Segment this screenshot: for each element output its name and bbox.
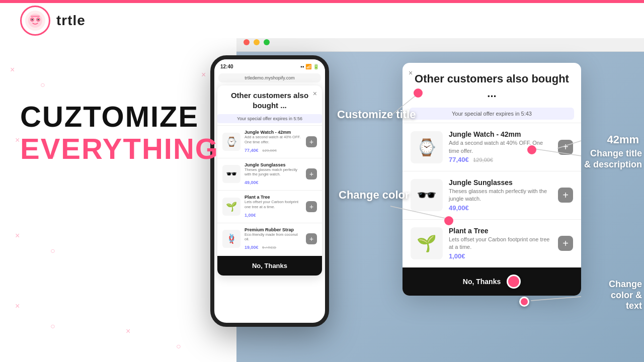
slider-dot-no-thanks (519, 297, 529, 307)
mobile-product-info-1: Jungle Watch - 42mm Add a second watch a… (245, 130, 302, 154)
annotation-42mm: 42mm (607, 133, 639, 146)
mobile-product-item-4: 🪢 Premium Rubber Strap Eco-friendly made… (217, 223, 322, 255)
mobile-product-img-4: 🪢 (222, 230, 240, 248)
mobile-product-price-4: 19,00€ (245, 245, 259, 250)
mobile-time: 12:40 (220, 64, 233, 69)
mobile-product-item-2: 🕶️ Jungle Sunglasses Theses glasses matc… (217, 158, 322, 191)
desktop-product-oldprice-1: 129,00€ (473, 157, 493, 163)
mobile-product-name-4: Premium Rubber Strap (245, 227, 302, 232)
annotation-change-title-desc: Change title& description (584, 148, 642, 170)
header: trtle (0, 3, 644, 38)
mobile-popup-title: Other customers also bought ... (224, 90, 315, 110)
desktop-product-info-2: Jungle Sunglasses Theses glasses match p… (449, 178, 552, 212)
mobile-product-name-3: Plant a Tree (245, 195, 302, 200)
mobile-product-img-2: 🕶️ (222, 165, 240, 183)
desktop-close-button[interactable]: × (409, 69, 413, 77)
desktop-add-btn-3[interactable]: + (558, 236, 573, 251)
mobile-mockup: 12:40 ▪▪ 📶 🔋 trtledemo.myshopify.com × O… (210, 55, 329, 327)
mobile-product-desc-4: Eco-friendly made from coconut oil. (245, 232, 302, 242)
mobile-product-price-3: 1,00€ (245, 213, 256, 218)
desktop-product-img-1: ⌚ (411, 131, 443, 163)
desktop-product-item-1: ⌚ Jungle Watch - 42mm Add a second watch… (403, 123, 581, 171)
mobile-product-img-1: ⌚ (222, 133, 240, 151)
mobile-product-info-2: Jungle Sunglasses Theses glasses match p… (245, 162, 302, 187)
no-thanks-slider-dot (507, 275, 521, 289)
mobile-no-thanks-button[interactable]: No, Thanks (217, 256, 322, 276)
browser-close-dot[interactable] (244, 39, 250, 45)
mobile-url-bar: trtledemo.myshopify.com (218, 73, 321, 82)
indicator-dot-title (414, 88, 423, 98)
mobile-popup: × Other customers also bought ... Your s… (217, 85, 322, 276)
indicator-dot-watch (527, 145, 536, 154)
desktop-product-item-2: 🕶️ Jungle Sunglasses Theses glasses matc… (403, 171, 581, 219)
mobile-product-item-1: ⌚ Jungle Watch - 42mm Add a second watch… (217, 125, 322, 158)
desktop-no-thanks-button[interactable]: No, Thanks (403, 267, 581, 296)
svg-rect-6 (31, 16, 40, 17)
desktop-product-desc-3: Lets offset your Carbon footprint one tr… (449, 236, 552, 251)
desktop-popup-timer: Your special offer expires in 5:43 (410, 108, 574, 120)
desktop-popup: × Other customers also bought ... Your s… (403, 63, 581, 296)
mobile-close-button[interactable]: × (313, 89, 317, 98)
desktop-product-name-1: Jungle Watch - 42mm (449, 130, 552, 138)
mobile-add-btn-4[interactable]: + (306, 233, 317, 244)
desktop-product-info-3: Plant a Tree Lets offset your Carbon foo… (449, 227, 552, 260)
mobile-icons: ▪▪ 📶 🔋 (300, 64, 319, 69)
hero-section: CUZTOMIZE EVERYTHING (20, 101, 219, 165)
desktop-product-desc-2: Theses glasses match perfectly with the … (449, 188, 552, 203)
indicator-dot-color (444, 216, 453, 225)
mobile-product-desc-3: Lets offset your Carbon footprint one tr… (245, 200, 302, 210)
mobile-product-info-3: Plant a Tree Lets offset your Carbon foo… (245, 195, 302, 219)
mobile-product-price-1: 77,40€ (245, 148, 259, 153)
mobile-product-item-3: 🌱 Plant a Tree Lets offset your Carbon f… (217, 190, 322, 223)
annotation-change-color-text-right: Changecolor &text (609, 279, 642, 312)
hero-line2: EVERYTHING (20, 133, 219, 165)
desktop-add-btn-2[interactable]: + (558, 188, 573, 203)
mobile-product-name-1: Jungle Watch - 42mm (245, 130, 302, 135)
mobile-product-price-2: 49,00€ (245, 180, 259, 185)
desktop-product-price-1: 77,40€ (449, 156, 469, 163)
desktop-product-item-3: 🌱 Plant a Tree Lets offset your Carbon f… (403, 219, 581, 267)
mobile-add-btn-1[interactable]: + (306, 136, 317, 147)
desktop-product-img-2: 🕶️ (411, 179, 443, 211)
desktop-popup-title: Other customers also bought ... (413, 72, 571, 101)
desktop-product-name-3: Plant a Tree (449, 227, 552, 235)
hero-line1: CUZTOMIZE (20, 101, 219, 133)
desktop-add-btn-1[interactable]: + (558, 140, 573, 155)
svg-point-4 (32, 19, 33, 21)
mobile-product-oldprice-1: 129,00€ (262, 148, 277, 153)
mobile-status-bar: 12:40 ▪▪ 📶 🔋 (214, 59, 325, 73)
mobile-product-name-2: Jungle Sunglasses (245, 162, 302, 167)
desktop-product-info-1: Jungle Watch - 42mm Add a second watch a… (449, 130, 552, 164)
desktop-product-desc-1: Add a second watch at 40% OFF. One time … (449, 139, 552, 155)
mobile-product-img-3: 🌱 (222, 198, 240, 216)
browser-minimize-dot[interactable] (254, 39, 260, 45)
desktop-product-img-3: 🌱 (411, 227, 443, 259)
svg-point-5 (38, 19, 39, 21)
mobile-product-info-4: Premium Rubber Strap Eco-friendly made f… (245, 227, 302, 251)
mobile-product-oldprice-4: 5 / RED (262, 245, 276, 250)
desktop-product-name-2: Jungle Sunglasses (449, 178, 552, 187)
mobile-add-btn-3[interactable]: + (306, 201, 317, 212)
desktop-product-price-2: 49,00€ (449, 204, 469, 212)
mobile-product-desc-1: Add a second watch at 40% OFF. One time … (245, 135, 302, 145)
desktop-product-price-3: 1,00€ (449, 252, 465, 260)
mobile-popup-header: × Other customers also bought ... (217, 85, 322, 112)
desktop-popup-header: Other customers also bought ... (403, 63, 581, 105)
mobile-product-desc-2: Theses glasses match perfectly with the … (245, 167, 302, 177)
browser-maximize-dot[interactable] (264, 39, 270, 45)
logo (20, 6, 50, 36)
logo-icon (24, 10, 46, 32)
brand-name: trtle (56, 13, 86, 29)
mobile-popup-timer: Your special offer expires in 5:56 (217, 114, 322, 123)
desktop-no-thanks-label: No, Thanks (463, 278, 501, 286)
mobile-add-btn-2[interactable]: + (306, 168, 317, 179)
